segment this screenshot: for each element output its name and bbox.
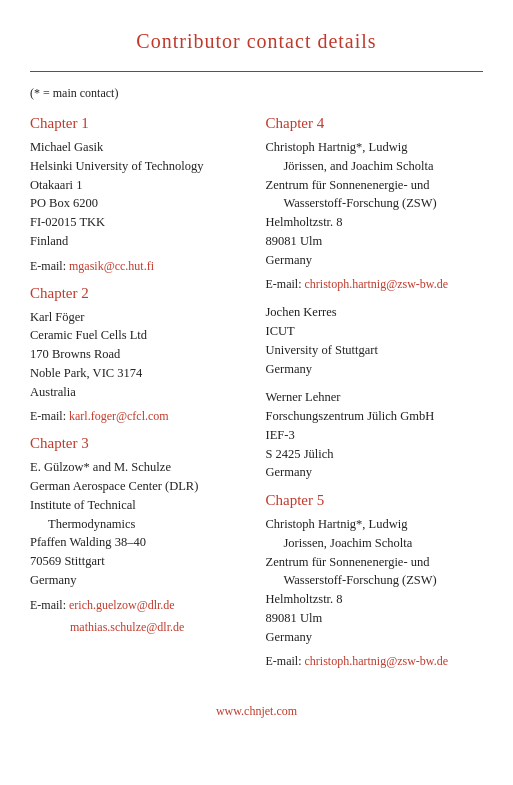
page-title: Contributor contact details bbox=[30, 30, 483, 53]
email-link[interactable]: christoph.hartnig@zsw-bw.de bbox=[305, 654, 449, 668]
contact-line: Christoph Hartnig*, Ludwig bbox=[266, 515, 484, 534]
contact-line: 170 Browns Road bbox=[30, 345, 248, 364]
contact-line: Jochen Kerres bbox=[266, 303, 484, 322]
chapter4-contact3: Werner Lehner Forschungszentrum Jülich G… bbox=[266, 388, 484, 482]
contact-line: Germany bbox=[266, 463, 484, 482]
chapter4-section: Chapter 4 Christoph Hartnig*, Ludwig Jör… bbox=[266, 115, 484, 482]
contact-line: Helsinki University of Technology bbox=[30, 157, 248, 176]
contact-line: Jorissen, Joachim Scholta bbox=[266, 534, 484, 553]
contact-line: Germany bbox=[266, 360, 484, 379]
contact-line: FI-02015 TKK bbox=[30, 213, 248, 232]
columns-container: Chapter 1 Michael Gasik Helsinki Univers… bbox=[30, 115, 483, 680]
chapter2-title: Chapter 2 bbox=[30, 285, 248, 302]
contact-line: Werner Lehner bbox=[266, 388, 484, 407]
contact-line: Forschungszentrum Jülich GmbH bbox=[266, 407, 484, 426]
left-column: Chapter 1 Michael Gasik Helsinki Univers… bbox=[30, 115, 248, 680]
contact-line: Institute of Technical bbox=[30, 496, 248, 515]
contact-line: Ceramic Fuel Cells Ltd bbox=[30, 326, 248, 345]
contact-line: ICUT bbox=[266, 322, 484, 341]
chapter5-title: Chapter 5 bbox=[266, 492, 484, 509]
contact-line: Germany bbox=[266, 628, 484, 647]
contact-line: Jörissen, and Joachim Scholta bbox=[266, 157, 484, 176]
contact-email: E-mail: christoph.hartnig@zsw-bw.de bbox=[266, 652, 484, 670]
email-link[interactable]: mgasik@cc.hut.fi bbox=[69, 259, 154, 273]
email-link[interactable]: karl.foger@cfcl.com bbox=[69, 409, 169, 423]
right-column: Chapter 4 Christoph Hartnig*, Ludwig Jör… bbox=[266, 115, 484, 680]
contact-line: Noble Park, VIC 3174 bbox=[30, 364, 248, 383]
contact-line: E. Gülzow* and M. Schulze bbox=[30, 458, 248, 477]
contact-line: 89081 Ulm bbox=[266, 232, 484, 251]
chapter1-section: Chapter 1 Michael Gasik Helsinki Univers… bbox=[30, 115, 248, 275]
chapter3-contact1: E. Gülzow* and M. Schulze German Aerospa… bbox=[30, 458, 248, 635]
contact-line: Germany bbox=[266, 251, 484, 270]
contact-line: Michael Gasik bbox=[30, 138, 248, 157]
chapter4-title: Chapter 4 bbox=[266, 115, 484, 132]
contact-line: Wasserstoff-Forschung (ZSW) bbox=[266, 194, 484, 213]
contact-email: E-mail: mgasik@cc.hut.fi bbox=[30, 257, 248, 275]
chapter4-contact1: Christoph Hartnig*, Ludwig Jörissen, and… bbox=[266, 138, 484, 293]
contact-line: Australia bbox=[30, 383, 248, 402]
contact-line: 70569 Stittgart bbox=[30, 552, 248, 571]
chapter5-contact1: Christoph Hartnig*, Ludwig Jorissen, Joa… bbox=[266, 515, 484, 670]
contact-line: Otakaari 1 bbox=[30, 176, 248, 195]
contact-email: E-mail: karl.foger@cfcl.com bbox=[30, 407, 248, 425]
contact-line: Wasserstoff-Forschung (ZSW) bbox=[266, 571, 484, 590]
email-link[interactable]: erich.guelzow@dlr.de bbox=[69, 598, 175, 612]
contact-line: Pfaffen Walding 38–40 bbox=[30, 533, 248, 552]
footer-url: www.chnjet.com bbox=[30, 704, 483, 719]
contact-line: German Aerospace Center (DLR) bbox=[30, 477, 248, 496]
contact-line: Helmholtzstr. 8 bbox=[266, 590, 484, 609]
chapter3-title: Chapter 3 bbox=[30, 435, 248, 452]
contact-line: IEF-3 bbox=[266, 426, 484, 445]
contact-line: PO Box 6200 bbox=[30, 194, 248, 213]
contact-line: Zentrum für Sonnenenergie- und bbox=[266, 176, 484, 195]
chapter3-section: Chapter 3 E. Gülzow* and M. Schulze Germ… bbox=[30, 435, 248, 635]
chapter1-contact1: Michael Gasik Helsinki University of Tec… bbox=[30, 138, 248, 275]
contact-email2: mathias.schulze@dlr.de bbox=[30, 618, 248, 636]
contact-line: Thermodynamics bbox=[30, 515, 248, 534]
contact-line: Christoph Hartnig*, Ludwig bbox=[266, 138, 484, 157]
contact-email: E-mail: christoph.hartnig@zsw-bw.de bbox=[266, 275, 484, 293]
chapter2-contact1: Karl Föger Ceramic Fuel Cells Ltd 170 Br… bbox=[30, 308, 248, 426]
contact-line: Germany bbox=[30, 571, 248, 590]
contact-line: Finland bbox=[30, 232, 248, 251]
contact-line: University of Stuttgart bbox=[266, 341, 484, 360]
contact-line: Zentrum für Sonnenenergie- und bbox=[266, 553, 484, 572]
chapter5-section: Chapter 5 Christoph Hartnig*, Ludwig Jor… bbox=[266, 492, 484, 670]
chapter2-section: Chapter 2 Karl Föger Ceramic Fuel Cells … bbox=[30, 285, 248, 426]
chapter1-title: Chapter 1 bbox=[30, 115, 248, 132]
contact-line: Helmholtzstr. 8 bbox=[266, 213, 484, 232]
contact-line: 89081 Ulm bbox=[266, 609, 484, 628]
contact-line: Karl Föger bbox=[30, 308, 248, 327]
section-divider bbox=[30, 71, 483, 72]
chapter4-contact2: Jochen Kerres ICUT University of Stuttga… bbox=[266, 303, 484, 378]
email-link[interactable]: christoph.hartnig@zsw-bw.de bbox=[305, 277, 449, 291]
contact-email: E-mail: erich.guelzow@dlr.de bbox=[30, 596, 248, 614]
contact-line: S 2425 Jülich bbox=[266, 445, 484, 464]
main-contact-note: (* = main contact) bbox=[30, 86, 483, 101]
email-link2[interactable]: mathias.schulze@dlr.de bbox=[70, 620, 184, 634]
